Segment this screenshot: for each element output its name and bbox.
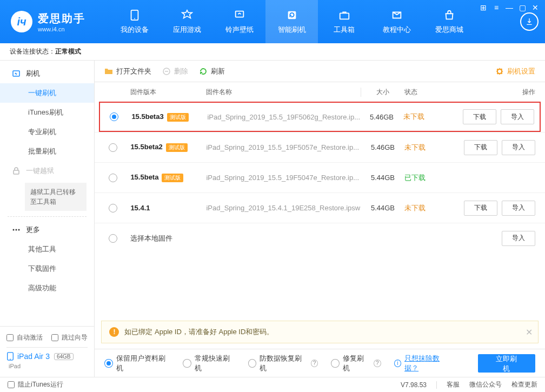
flash-option[interactable]: 防数据恢复刷机? — [248, 354, 318, 373]
nav-tab-device[interactable]: 我的设备 — [108, 0, 161, 43]
download-manager-button[interactable] — [520, 12, 539, 31]
table-header: 固件版本 固件名称 大小 状态 操作 — [95, 82, 545, 102]
sidebar-item[interactable]: 一键刷机 — [0, 83, 94, 103]
flash-option[interactable]: 常规快速刷机 — [183, 354, 235, 373]
sidebar-item[interactable]: iTunes刷机 — [0, 103, 94, 122]
sidebar-item[interactable]: 下载固件 — [0, 259, 94, 278]
maximize-icon[interactable]: ▢ — [518, 3, 527, 12]
svg-point-9 — [18, 229, 20, 231]
apps-icon — [181, 9, 194, 22]
sidebar-item[interactable]: 批量刷机 — [0, 142, 94, 161]
flash-option[interactable]: 修复刷机? — [331, 354, 381, 373]
tutorial-icon — [390, 9, 403, 22]
close-icon[interactable]: ✕ — [531, 3, 540, 12]
lock-icon — [12, 167, 21, 175]
device-icon — [6, 352, 14, 361]
table-row: 选择本地固件导入 — [95, 223, 545, 253]
th-ops: 操作 — [448, 88, 535, 97]
option-radio[interactable] — [104, 359, 112, 368]
nav-tab-tutorial[interactable]: 教程中心 — [370, 0, 423, 43]
device-type: iPad — [9, 363, 88, 369]
import-button[interactable]: 导入 — [502, 231, 535, 246]
folder-icon — [104, 67, 113, 76]
ring-icon — [233, 9, 246, 22]
nav-tab-ring[interactable]: 铃声壁纸 — [213, 0, 265, 43]
minimize-icon[interactable]: — — [505, 3, 514, 12]
grid-icon[interactable]: ⊞ — [479, 3, 488, 12]
svg-point-1 — [134, 18, 135, 19]
device-name: iPad Air 3 — [17, 352, 50, 361]
tool-icon — [338, 9, 351, 22]
flash-now-button[interactable]: 立即刷机 — [478, 354, 535, 373]
row-radio[interactable] — [109, 174, 117, 182]
gear-icon — [495, 67, 504, 76]
option-radio[interactable] — [183, 359, 191, 368]
svg-point-8 — [16, 229, 17, 231]
nav-tab-flash[interactable]: 智能刷机 — [265, 0, 318, 43]
th-name: 固件名称 — [206, 88, 361, 97]
sidebar-item[interactable]: 高级功能 — [0, 278, 94, 298]
beta-badge: 测试版 — [162, 174, 183, 182]
sidebar: 刷机一键刷机iTunes刷机专业刷机批量刷机一键越狱越狱工具已转移至工具箱更多其… — [0, 61, 95, 377]
wechat-link[interactable]: 微信公众号 — [469, 380, 502, 389]
info-icon: i — [394, 360, 402, 367]
erase-data-link[interactable]: 只想抹除数据？ — [404, 354, 452, 373]
row-radio[interactable] — [109, 204, 117, 212]
device-icon — [128, 9, 141, 22]
flash-settings-button[interactable]: 刷机设置 — [495, 67, 535, 76]
table-row: 15.5beta测试版iPad_Spring_2019_15.5_19F5047… — [95, 162, 545, 192]
help-icon[interactable]: ? — [311, 360, 318, 367]
table-row: 15.5beta2测试版iPad_Spring_2019_15.5_19F505… — [95, 132, 545, 162]
app-title: 爱思助手 — [38, 11, 85, 26]
import-button[interactable]: 导入 — [502, 201, 535, 216]
download-button[interactable]: 下载 — [463, 109, 496, 124]
status-value: 正常模式 — [55, 47, 81, 56]
refresh-icon — [199, 67, 208, 76]
th-status: 状态 — [404, 88, 448, 97]
import-button[interactable]: 导入 — [502, 140, 535, 155]
store-icon — [443, 9, 456, 22]
logo: iч 爱思助手 www.i4.cn — [11, 11, 108, 32]
menu-icon[interactable]: ≡ — [492, 3, 501, 12]
delete-button: 删除 — [162, 67, 188, 76]
row-radio[interactable] — [109, 143, 117, 152]
option-radio[interactable] — [248, 359, 256, 368]
skip-guide-checkbox[interactable]: 跳过向导 — [51, 333, 88, 342]
th-size: 大小 — [361, 88, 404, 97]
flash-icon — [12, 69, 21, 78]
table-row: 15.5beta3测试版iPad_Spring_2019_15.5_19F506… — [99, 102, 541, 132]
nav-tab-tool[interactable]: 工具箱 — [318, 0, 370, 43]
support-link[interactable]: 客服 — [447, 380, 460, 389]
appleid-notice: ! 如已绑定 Apple ID，请准备好 Apple ID和密码。 ✕ — [101, 321, 539, 343]
sidebar-item[interactable]: 其他工具 — [0, 240, 94, 259]
sidebar-note: 越狱工具已转移至工具箱 — [25, 183, 87, 211]
app-version: V7.98.53 — [401, 381, 437, 389]
logo-icon: iч — [11, 11, 32, 32]
firmware-table: 15.5beta3测试版iPad_Spring_2019_15.5_19F506… — [95, 102, 545, 253]
nav-tab-store[interactable]: 爱思商城 — [423, 0, 475, 43]
notice-close-button[interactable]: ✕ — [526, 327, 533, 337]
download-button[interactable]: 下载 — [464, 201, 497, 216]
import-button[interactable]: 导入 — [501, 109, 534, 124]
check-update-link[interactable]: 检查更新 — [511, 380, 537, 389]
svg-point-7 — [13, 229, 15, 231]
sidebar-item[interactable]: 专业刷机 — [0, 122, 94, 142]
auto-activate-checkbox[interactable]: 自动激活 — [6, 333, 43, 342]
footer: 阻止iTunes运行 V7.98.53 客服 微信公众号 检查更新 — [0, 377, 545, 392]
row-radio[interactable] — [109, 234, 117, 243]
sidebar-head-more[interactable]: 更多 — [0, 220, 94, 240]
nav-tab-apps[interactable]: 应用游戏 — [161, 0, 213, 43]
toolbar: 打开文件夹 删除 刷新 刷机设置 — [95, 61, 545, 82]
download-button[interactable]: 下载 — [464, 140, 497, 155]
sidebar-head-flash[interactable]: 刷机 — [0, 64, 94, 83]
app-subtitle: www.i4.cn — [38, 26, 85, 32]
flash-option[interactable]: 保留用户资料刷机 — [104, 354, 170, 373]
delete-icon — [162, 67, 171, 76]
refresh-button[interactable]: 刷新 — [199, 67, 225, 76]
open-folder-button[interactable]: 打开文件夹 — [104, 67, 151, 76]
option-radio[interactable] — [331, 359, 339, 368]
block-itunes-checkbox[interactable]: 阻止iTunes运行 — [8, 380, 63, 389]
help-icon[interactable]: ? — [374, 360, 381, 367]
more-icon — [12, 225, 21, 234]
row-radio[interactable] — [110, 112, 118, 121]
